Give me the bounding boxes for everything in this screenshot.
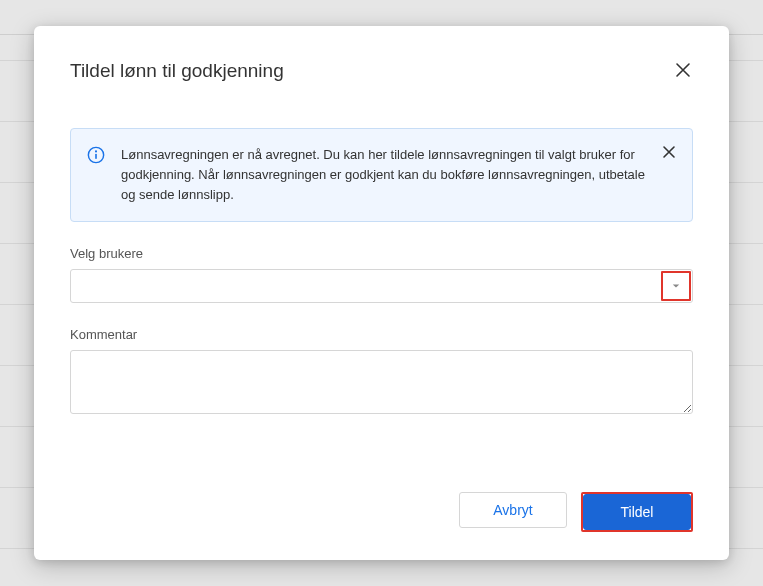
cancel-button[interactable]: Avbryt [459,492,567,528]
svg-rect-2 [95,154,97,159]
svg-point-1 [95,150,97,152]
close-icon [675,62,691,78]
info-icon [87,146,105,164]
dialog-assign-payroll: Tildel lønn til godkjenning Lønnsavregni… [34,26,729,560]
dialog-title: Tildel lønn til godkjenning [70,60,284,82]
dismiss-info-button[interactable] [660,143,678,161]
dialog-footer: Avbryt Tildel [70,462,693,532]
info-banner: Lønnsavregningen er nå avregnet. Du kan … [70,128,693,222]
close-icon [662,145,676,159]
comment-field-label: Kommentar [70,327,693,342]
info-banner-text: Lønnsavregningen er nå avregnet. Du kan … [121,145,676,205]
users-select-wrapper [70,269,693,303]
users-select[interactable] [70,269,693,303]
submit-button-highlight: Tildel [581,492,693,532]
submit-button[interactable]: Tildel [583,494,691,530]
users-field-label: Velg brukere [70,246,693,261]
dialog-header: Tildel lønn til godkjenning [70,60,693,82]
close-dialog-button[interactable] [673,60,693,80]
comment-textarea[interactable] [70,350,693,414]
